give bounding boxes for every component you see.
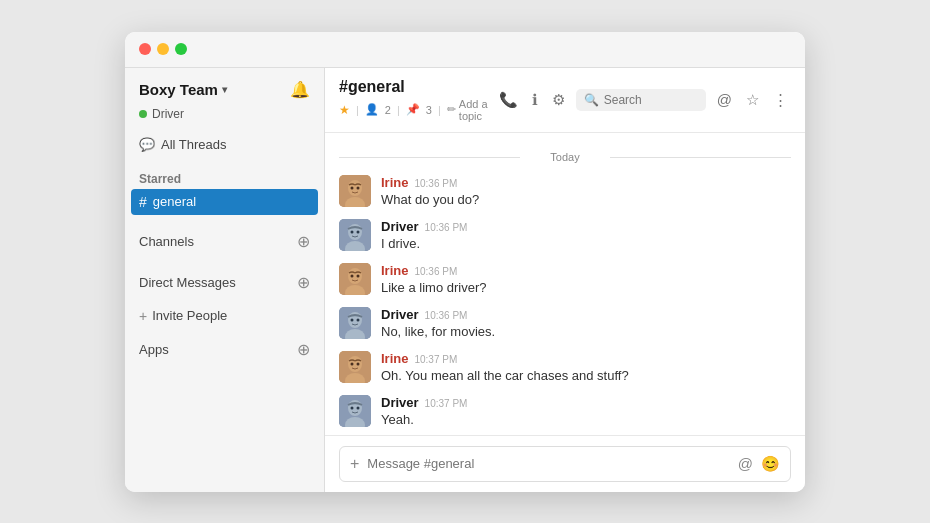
channel-general-label: general (153, 194, 196, 209)
add-dm-icon[interactable]: ⊕ (297, 273, 310, 292)
message-row: Irine10:36 PMLike a limo driver? (339, 263, 791, 297)
svg-point-28 (351, 407, 354, 410)
message-row: Irine10:36 PMWhat do you do? (339, 175, 791, 209)
add-channel-icon[interactable]: ⊕ (297, 232, 310, 251)
channels-header-item[interactable]: Channels ⊕ (125, 227, 324, 256)
more-options-icon[interactable]: ⋮ (770, 88, 791, 112)
search-icon: 🔍 (584, 93, 599, 107)
message-text: No, like, for movies. (381, 323, 791, 341)
call-icon[interactable]: 📞 (496, 88, 521, 112)
message-input[interactable] (367, 456, 729, 471)
status-line: Driver (125, 107, 324, 131)
message-author: Driver (381, 219, 419, 234)
message-time: 10:36 PM (414, 266, 457, 277)
svg-point-11 (348, 268, 362, 284)
message-author: Driver (381, 395, 419, 410)
avatar (339, 263, 371, 295)
pins-count: 3 (426, 104, 432, 116)
svg-point-3 (351, 186, 354, 189)
members-icon: 👤 (365, 103, 379, 116)
add-topic-label: Add a topic (459, 98, 496, 122)
direct-messages-header-item[interactable]: Direct Messages ⊕ (125, 268, 324, 297)
bell-icon[interactable]: 🔔 (290, 80, 310, 99)
pencil-icon: ✏ (447, 103, 456, 116)
svg-point-1 (348, 180, 362, 196)
main-layout: Boxy Team ▾ 🔔 Driver 💬 All Threads Starr… (125, 68, 805, 492)
apps-section: Apps ⊕ (125, 329, 324, 370)
direct-messages-section: Direct Messages ⊕ (125, 262, 324, 303)
message-content: Driver10:37 PMYeah. (381, 395, 791, 429)
workspace-name[interactable]: Boxy Team ▾ (139, 81, 227, 98)
message-time: 10:36 PM (425, 310, 468, 321)
all-threads-item[interactable]: 💬 All Threads (125, 131, 324, 158)
channels-label: Channels (139, 234, 194, 249)
starred-label: Starred (125, 164, 324, 189)
svg-point-19 (357, 319, 360, 322)
messages-area: Today Irine10:36 PMWhat do you do? (325, 133, 805, 435)
message-time: 10:36 PM (414, 178, 457, 189)
workspace-chevron-icon: ▾ (222, 84, 227, 95)
emoji-icon[interactable]: 😊 (761, 455, 780, 473)
title-bar (125, 32, 805, 68)
message-text: Yeah. (381, 411, 791, 429)
sidebar: Boxy Team ▾ 🔔 Driver 💬 All Threads Starr… (125, 68, 325, 492)
message-time: 10:37 PM (414, 354, 457, 365)
message-row: Driver10:37 PMYeah. (339, 395, 791, 429)
direct-messages-label: Direct Messages (139, 275, 236, 290)
message-row: Driver10:36 PMI drive. (339, 219, 791, 253)
add-topic-btn[interactable]: ✏ Add a topic (447, 98, 496, 122)
avatar (339, 395, 371, 427)
pins-icon: 📌 (406, 103, 420, 116)
apps-header-item[interactable]: Apps ⊕ (125, 335, 324, 364)
status-label: Driver (152, 107, 184, 121)
minimize-button[interactable] (157, 43, 169, 55)
message-time: 10:37 PM (425, 398, 468, 409)
message-input-area: + @ 😊 (325, 435, 805, 492)
chat-area: #general ★ | 👤 2 | 📌 3 | ✏ Add a topic (325, 68, 805, 492)
avatar (339, 307, 371, 339)
mention-icon[interactable]: @ (714, 88, 735, 111)
mention-input-icon[interactable]: @ (738, 455, 753, 472)
settings-icon[interactable]: ⚙ (549, 88, 568, 112)
svg-point-13 (351, 274, 354, 277)
threads-icon: 💬 (139, 137, 155, 152)
svg-point-18 (351, 319, 354, 322)
invite-people-label: Invite People (152, 308, 227, 323)
header-actions: 📞 ℹ ⚙ 🔍 @ ☆ ⋮ (496, 88, 791, 112)
info-icon[interactable]: ℹ (529, 88, 541, 112)
star-header-icon[interactable]: ☆ (743, 88, 762, 112)
app-window: Boxy Team ▾ 🔔 Driver 💬 All Threads Starr… (125, 32, 805, 492)
message-author: Irine (381, 351, 408, 366)
attach-icon[interactable]: + (350, 455, 359, 473)
channel-title: #general (339, 78, 496, 96)
svg-point-29 (357, 407, 360, 410)
message-text: I drive. (381, 235, 791, 253)
workspace-header: Boxy Team ▾ 🔔 (125, 68, 324, 107)
message-content: Irine10:36 PMWhat do you do? (381, 175, 791, 209)
star-icon[interactable]: ★ (339, 103, 350, 117)
members-count: 2 (385, 104, 391, 116)
sidebar-channel-general[interactable]: # general (131, 189, 318, 215)
input-actions: @ 😊 (738, 455, 780, 473)
traffic-lights (139, 43, 187, 55)
date-divider: Today (339, 151, 791, 163)
starred-section: Starred # general (125, 158, 324, 221)
svg-point-8 (351, 230, 354, 233)
message-content: Irine10:37 PMOh. You mean all the car ch… (381, 351, 791, 385)
message-text: Like a limo driver? (381, 279, 791, 297)
svg-point-21 (348, 356, 362, 372)
search-input[interactable] (604, 93, 698, 107)
maximize-button[interactable] (175, 43, 187, 55)
search-box[interactable]: 🔍 (576, 89, 706, 111)
message-row: Driver10:36 PMNo, like, for movies. (339, 307, 791, 341)
add-apps-icon[interactable]: ⊕ (297, 340, 310, 359)
avatar (339, 351, 371, 383)
message-author: Driver (381, 307, 419, 322)
close-button[interactable] (139, 43, 151, 55)
channel-meta: ★ | 👤 2 | 📌 3 | ✏ Add a topic (339, 98, 496, 122)
svg-point-14 (357, 274, 360, 277)
chat-header: #general ★ | 👤 2 | 📌 3 | ✏ Add a topic (325, 68, 805, 133)
invite-people-item[interactable]: + Invite People (125, 303, 324, 329)
status-dot-icon (139, 110, 147, 118)
svg-point-9 (357, 230, 360, 233)
